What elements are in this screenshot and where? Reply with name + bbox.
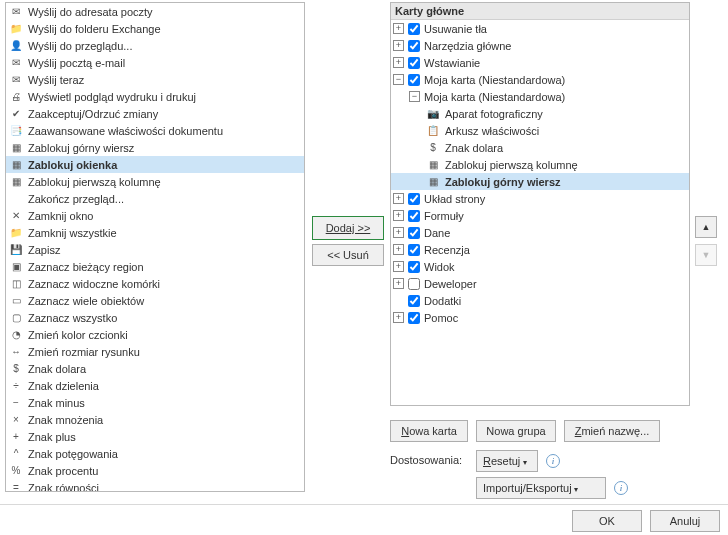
expand-icon[interactable]: +	[393, 23, 404, 34]
tree-checkbox[interactable]	[408, 57, 420, 69]
command-item[interactable]: ▦Zablokuj górny wiersz	[6, 139, 304, 156]
command-item[interactable]: +Znak plus	[6, 428, 304, 445]
command-item[interactable]: ◫Zaznacz widoczne komórki	[6, 275, 304, 292]
expand-icon[interactable]: +	[393, 278, 404, 289]
collapse-icon[interactable]: −	[409, 91, 420, 102]
new-tab-button[interactable]: Nowa karta	[390, 420, 468, 442]
expand-icon[interactable]: +	[393, 193, 404, 204]
tree-label: Arkusz właściwości	[445, 125, 539, 137]
tree-node[interactable]: $Znak dolara	[391, 139, 689, 156]
tree-node[interactable]: ▦Zablokuj pierwszą kolumnę	[391, 156, 689, 173]
ok-button[interactable]: OK	[572, 510, 642, 532]
command-item[interactable]: Zakończ przegląd...	[6, 190, 304, 207]
expand-icon[interactable]: +	[393, 227, 404, 238]
command-item[interactable]: ✉Wyślij teraz	[6, 71, 304, 88]
command-label: Zmień rozmiar rysunku	[28, 346, 140, 358]
command-item[interactable]: =Znak równości	[6, 479, 304, 492]
tree-checkbox[interactable]	[408, 295, 420, 307]
expand-icon[interactable]: +	[393, 40, 404, 51]
command-item[interactable]: ▦Zablokuj okienka	[6, 156, 304, 173]
tree-node[interactable]: +Dane	[391, 224, 689, 241]
command-item[interactable]: 📁Zamknij wszystkie	[6, 224, 304, 241]
expand-icon[interactable]: +	[393, 210, 404, 221]
command-item[interactable]: 💾Zapisz	[6, 241, 304, 258]
command-item[interactable]: ▦Zablokuj pierwszą kolumnę	[6, 173, 304, 190]
expand-icon[interactable]: +	[393, 57, 404, 68]
tree-checkbox[interactable]	[408, 193, 420, 205]
command-icon: ▦	[8, 174, 24, 190]
tree-checkbox[interactable]	[408, 210, 420, 222]
expand-icon[interactable]: +	[393, 261, 404, 272]
command-icon: ✉	[8, 55, 24, 71]
move-up-button[interactable]: ▲	[695, 216, 717, 238]
command-icon: ✉	[8, 4, 24, 20]
info-icon[interactable]: i	[614, 481, 628, 495]
command-icon: ▭	[8, 293, 24, 309]
tree-checkbox[interactable]	[408, 74, 420, 86]
collapse-icon[interactable]: −	[393, 74, 404, 85]
tree-checkbox[interactable]	[408, 40, 420, 52]
reset-rest: esetuj	[491, 455, 520, 467]
tree-node[interactable]: +Formuły	[391, 207, 689, 224]
reset-button[interactable]: Resetuj	[476, 450, 538, 472]
tree-node[interactable]: +Widok	[391, 258, 689, 275]
tree-checkbox[interactable]	[408, 312, 420, 324]
command-item[interactable]: ◔Zmień kolor czcionki	[6, 326, 304, 343]
command-item[interactable]: ✉Wyślij do adresata poczty	[6, 3, 304, 20]
tree-node[interactable]: +Wstawianie	[391, 54, 689, 71]
command-item[interactable]: ^Znak potęgowania	[6, 445, 304, 462]
command-icon: ↔	[8, 344, 24, 360]
tree-checkbox[interactable]	[408, 261, 420, 273]
command-item[interactable]: 📁Wyślij do folderu Exchange	[6, 20, 304, 37]
expand-icon[interactable]: +	[393, 312, 404, 323]
tree-node[interactable]: 📋Arkusz właściwości	[391, 122, 689, 139]
command-item[interactable]: ↔Zmień rozmiar rysunku	[6, 343, 304, 360]
command-list[interactable]: ✉Wyślij do adresata poczty📁Wyślij do fol…	[5, 2, 305, 492]
tree-node[interactable]: −Moja karta (Niestandardowa)	[391, 71, 689, 88]
tree-node[interactable]: +Układ strony	[391, 190, 689, 207]
ribbon-tree[interactable]: Karty główne +Usuwanie tła+Narzędzia głó…	[390, 2, 690, 406]
command-icon: =	[8, 480, 24, 493]
command-label: Zaznacz widoczne komórki	[28, 278, 160, 290]
command-item[interactable]: ✕Zamknij okno	[6, 207, 304, 224]
command-item[interactable]: %Znak procentu	[6, 462, 304, 479]
tree-node[interactable]: +Narzędzia główne	[391, 37, 689, 54]
tree-checkbox[interactable]	[408, 244, 420, 256]
tree-node[interactable]: +Pomoc	[391, 309, 689, 326]
import-export-button[interactable]: Importuj/Eksportuj	[476, 477, 606, 499]
command-icon: ^	[8, 446, 24, 462]
tree-node[interactable]: +Deweloper	[391, 275, 689, 292]
tree-checkbox[interactable]	[408, 278, 420, 290]
tree-node[interactable]: +Recenzja	[391, 241, 689, 258]
tree-node[interactable]: −Moja karta (Niestandardowa)	[391, 88, 689, 105]
tree-node[interactable]: +Usuwanie tła	[391, 20, 689, 37]
command-item[interactable]: ▭Zaznacz wiele obiektów	[6, 292, 304, 309]
new-group-button[interactable]: Nowa grupa	[476, 420, 556, 442]
info-icon[interactable]: i	[546, 454, 560, 468]
command-label: Zablokuj okienka	[28, 159, 117, 171]
command-item[interactable]: 📑Zaawansowane właściwości dokumentu	[6, 122, 304, 139]
command-item[interactable]: ▣Zaznacz bieżący region	[6, 258, 304, 275]
command-item[interactable]: ÷Znak dzielenia	[6, 377, 304, 394]
tree-node[interactable]: 📷Aparat fotograficzny	[391, 105, 689, 122]
add-button[interactable]: Dodaj >>	[312, 216, 384, 240]
command-item[interactable]: 👤Wyślij do przeglądu...	[6, 37, 304, 54]
command-item[interactable]: ×Znak mnożenia	[6, 411, 304, 428]
tree-node[interactable]: ▦Zablokuj górny wiersz	[391, 173, 689, 190]
remove-button[interactable]: << Usuń	[312, 244, 384, 266]
tree-checkbox[interactable]	[408, 23, 420, 35]
cancel-button[interactable]: Anuluj	[650, 510, 720, 532]
command-item[interactable]: ✉Wyślij pocztą e-mail	[6, 54, 304, 71]
tree-node[interactable]: Dodatki	[391, 292, 689, 309]
expand-icon[interactable]: +	[393, 244, 404, 255]
command-item[interactable]: −Znak minus	[6, 394, 304, 411]
command-label: Wyświetl podgląd wydruku i drukuj	[28, 91, 196, 103]
command-item[interactable]: ▢Zaznacz wszystko	[6, 309, 304, 326]
command-item[interactable]: $Znak dolara	[6, 360, 304, 377]
tree-checkbox[interactable]	[408, 227, 420, 239]
rename-button[interactable]: Zmień nazwę...	[564, 420, 660, 442]
command-item[interactable]: 🖨Wyświetl podgląd wydruku i drukuj	[6, 88, 304, 105]
tree-label: Zablokuj górny wiersz	[445, 176, 561, 188]
command-item[interactable]: ✔Zaakceptuj/Odrzuć zmiany	[6, 105, 304, 122]
command-icon: ▦	[8, 157, 24, 173]
